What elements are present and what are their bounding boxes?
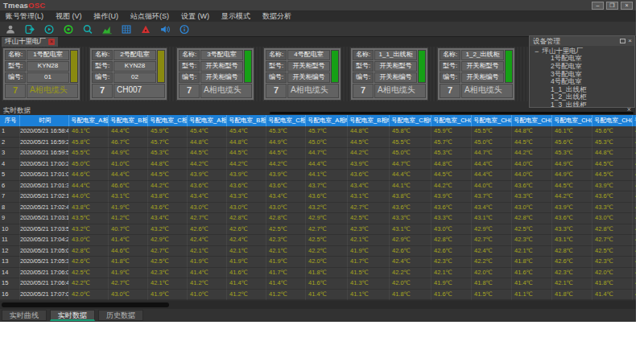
tree-item-1[interactable]: 2号配电室 bbox=[530, 63, 634, 71]
table-row[interactable]: 72020/05/21 17:02:1144.0℃43.1℃43.8℃43.4℃… bbox=[0, 191, 636, 203]
cell-temp: 42.7℃ bbox=[472, 235, 512, 246]
chart-icon[interactable] bbox=[99, 23, 115, 35]
cell-temp: 44.2℃ bbox=[266, 159, 306, 171]
tree-item-0[interactable]: 1号配电室 bbox=[530, 56, 634, 64]
table-row[interactable]: 22020/05/21 16:59:2245.8℃46.7℃45.7℃44.8℃… bbox=[0, 138, 636, 149]
panel-close-icon[interactable]: × bbox=[628, 37, 632, 44]
table-row[interactable]: 102020/05/21 17:03:5243.2℃40.7℃43.2℃42.6… bbox=[0, 224, 636, 236]
cell-temp: 43.0℃ bbox=[109, 290, 148, 301]
cell-temp: 42.4℃ bbox=[390, 257, 431, 268]
cell-temp: 44.7℃ bbox=[472, 148, 512, 159]
cell-temp: 41.6℃ bbox=[306, 278, 348, 290]
table-row[interactable]: 62020/05/21 17:01:3844.4℃46.6℃44.2℃43.6℃… bbox=[0, 181, 636, 192]
device-panel-3[interactable]: 名称:4号配电室型号:开关柜型号编号:开关柜编号7A相电缆头 bbox=[263, 47, 341, 101]
column-header-14[interactable]: 号配电室_CH00 bbox=[552, 115, 592, 126]
cell-temp: 44.2℃ bbox=[348, 148, 390, 159]
bottom-tab-0[interactable]: 实时曲线 bbox=[2, 310, 47, 321]
cell-index: 10 bbox=[0, 224, 20, 236]
table-row[interactable]: 92020/05/21 17:03:1943.5℃41.2℃43.4℃42.7℃… bbox=[0, 213, 636, 224]
site-tab-close-icon[interactable]: × bbox=[48, 39, 55, 45]
bottom-tab-1[interactable]: 实时数据 bbox=[50, 310, 95, 321]
tree-item-6[interactable]: 1_3_出线柜 bbox=[530, 101, 634, 108]
menu-item-1[interactable]: 视图 (V) bbox=[56, 11, 82, 22]
menu-item-4[interactable]: 设置 (W) bbox=[181, 11, 209, 22]
cell-temp: 44.0℃ bbox=[472, 181, 512, 192]
table-row[interactable]: 142020/05/21 17:06:0742.5℃41.9℃42.3℃41.4… bbox=[0, 268, 636, 279]
table-row[interactable]: 152020/05/21 17:06:4042.2℃42.7℃42.1℃41.2… bbox=[0, 278, 636, 290]
device-panel-5[interactable]: 名称:1_2_出线柜型号:开关柜型号编号:开关柜编号7A相电缆头 bbox=[437, 47, 515, 101]
table-row[interactable]: 112020/05/21 17:04:2643.0℃41.4℃42.9℃42.4… bbox=[0, 235, 636, 246]
table-row[interactable]: 162020/05/21 17:07:0842.0℃43.0℃41.9℃41.0… bbox=[0, 290, 636, 301]
table-row[interactable]: 52020/05/21 17:01:0544.6℃44.4℃44.5℃43.9℃… bbox=[0, 170, 636, 181]
table-row[interactable]: 12020/05/21 16:58:4946.1℃44.4℃45.9℃45.4℃… bbox=[0, 126, 636, 138]
cell-temp: 42.8℃ bbox=[266, 213, 306, 224]
alarm-icon[interactable] bbox=[138, 23, 154, 35]
table-grid-icon[interactable] bbox=[118, 23, 134, 35]
tree-item-2[interactable]: 3号配电室 bbox=[530, 71, 634, 79]
menu-item-6[interactable]: 数据分析 bbox=[262, 11, 291, 22]
record-icon[interactable] bbox=[60, 23, 76, 35]
logout-icon[interactable] bbox=[22, 23, 38, 35]
info-icon[interactable] bbox=[176, 23, 192, 35]
menu-item-0[interactable]: 账号管理(L) bbox=[6, 11, 43, 22]
column-header-13[interactable]: 号配电室_CH00 bbox=[512, 115, 552, 126]
column-header-2[interactable]: 号配电室_A相上引 bbox=[69, 115, 109, 126]
column-header-0[interactable]: 序号 bbox=[0, 115, 20, 126]
channel-name: CH007 bbox=[114, 84, 165, 98]
column-header-7[interactable]: 号配电室_C相下引 bbox=[266, 115, 306, 126]
cell-temp: 43.3℃ bbox=[431, 213, 472, 224]
restore-button[interactable]: ❐ bbox=[606, 2, 618, 10]
cell-temp: 42.6℃ bbox=[390, 246, 431, 257]
column-header-16[interactable]: 号配电室_CH00 bbox=[633, 115, 636, 126]
cell-temp: 42.1℃ bbox=[552, 278, 592, 290]
column-header-4[interactable]: 号配电室_C相上引 bbox=[148, 115, 188, 126]
cell-time: 2020/05/21 16:59:56 bbox=[20, 148, 69, 159]
column-header-1[interactable]: 时间 bbox=[20, 115, 69, 126]
cell-temp: 43.1℃ bbox=[348, 191, 390, 203]
column-header-6[interactable]: 号配电室_B相下引 bbox=[227, 115, 266, 126]
tree-root-item[interactable]: − 坪山十里电厂 bbox=[530, 47, 634, 56]
table-row[interactable]: 122020/05/21 17:05:0042.8℃44.6℃42.7℃42.1… bbox=[0, 246, 636, 257]
menu-item-3[interactable]: 站点循环(S) bbox=[130, 11, 169, 22]
table-row[interactable]: 132020/05/21 17:05:3342.6℃41.8℃42.5℃41.9… bbox=[0, 257, 636, 268]
table-hscrollbar-thumb[interactable] bbox=[2, 302, 169, 307]
column-header-12[interactable]: 号配电室_CH00 bbox=[472, 115, 512, 126]
speaker-icon[interactable] bbox=[157, 23, 173, 35]
field-value-name: 1_1_出线柜 bbox=[374, 50, 417, 60]
status-bar bbox=[70, 50, 78, 83]
site-tab[interactable]: 坪山十里电厂 × bbox=[2, 37, 58, 47]
play-icon[interactable] bbox=[41, 23, 57, 35]
field-value-model: 开关柜型号 bbox=[374, 61, 417, 72]
table-row[interactable]: 82020/05/21 17:02:4543.8℃41.9℃43.6℃43.0℃… bbox=[0, 203, 636, 214]
field-label-model: 型号: bbox=[179, 61, 200, 72]
menu-item-2[interactable]: 操作(U) bbox=[94, 11, 119, 22]
close-button[interactable]: × bbox=[621, 2, 633, 10]
device-panel-4[interactable]: 名称:1_1_出线柜型号:开关柜型号编号:开关柜编号7A相电缆头 bbox=[350, 47, 428, 101]
menu-item-5[interactable]: 显示模式 bbox=[221, 11, 250, 22]
table-hscrollbar-track[interactable] bbox=[0, 301, 636, 309]
table-row[interactable]: 42020/05/21 17:00:2945.0℃41.0℃44.8℃44.2℃… bbox=[0, 159, 636, 171]
column-header-10[interactable]: 号配电室_C相电缆 bbox=[390, 115, 431, 126]
column-header-9[interactable]: 号配电室_B相电缆 bbox=[348, 115, 390, 126]
device-panel-2[interactable]: 名称:3号配电室型号:开关柜型号编号:开关柜编号7A相电缆头 bbox=[176, 47, 254, 101]
column-header-11[interactable]: 号配电室_CH00 bbox=[431, 115, 472, 126]
search-icon[interactable] bbox=[80, 23, 96, 35]
tree-collapse-icon[interactable]: − bbox=[535, 47, 539, 56]
user-icon[interactable] bbox=[2, 23, 19, 35]
channel-name: A相电缆头 bbox=[287, 84, 339, 98]
column-header-3[interactable]: 号配电室_B相上引 bbox=[109, 115, 148, 126]
cell-temp: 44.2℃ bbox=[188, 159, 227, 171]
column-header-5[interactable]: 号配电室_A相下引 bbox=[188, 115, 227, 126]
cell-temp: 44.8℃ bbox=[188, 138, 227, 149]
column-header-15[interactable]: 号配电室_CH00 bbox=[592, 115, 633, 126]
status-bar bbox=[244, 50, 252, 83]
cell-temp: 44.9℃ bbox=[552, 170, 592, 181]
column-header-8[interactable]: 号配电室_A相电缆 bbox=[306, 115, 348, 126]
minimize-button[interactable]: – bbox=[592, 2, 604, 10]
device-panel-0[interactable]: 名称:1号配电室型号:KYN28编号:017A相电缆头 bbox=[2, 47, 80, 101]
device-panel-1[interactable]: 名称:2号配电室型号:KYN28编号:027CH007 bbox=[89, 47, 167, 101]
field-value-code: 开关柜编号 bbox=[200, 72, 243, 83]
float-panel-icon[interactable] bbox=[620, 39, 625, 43]
table-row[interactable]: 32020/05/21 16:59:5645.5℃44.9℃45.3℃44.5℃… bbox=[0, 148, 636, 159]
bottom-tab-2[interactable]: 历史数据 bbox=[98, 310, 143, 321]
